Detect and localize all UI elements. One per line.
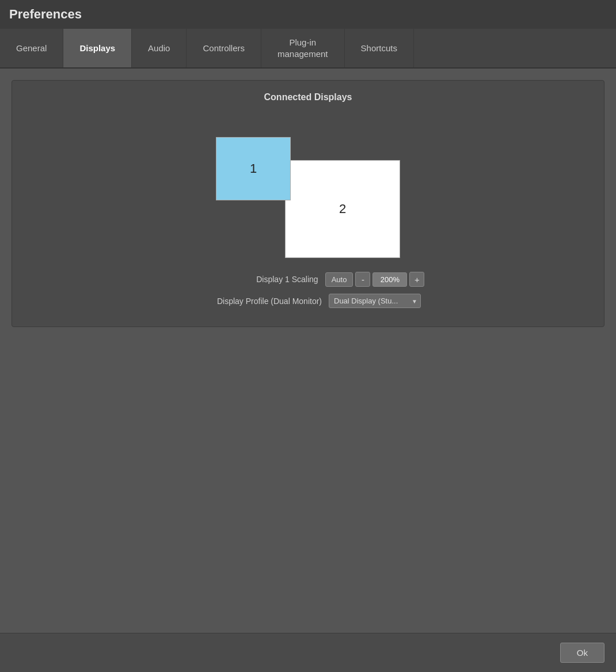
profile-select-wrapper: Dual Display (Stu... Single Display Cust…	[329, 294, 421, 308]
decrease-scaling-button[interactable]: -	[355, 272, 370, 287]
display-2-box[interactable]: 2	[285, 160, 400, 258]
profile-select[interactable]: Dual Display (Stu... Single Display Cust…	[329, 294, 421, 308]
display-1-box[interactable]: 1	[216, 137, 291, 200]
displays-container: 1 2	[24, 114, 592, 258]
tab-controllers[interactable]: Controllers	[187, 29, 261, 67]
ok-button[interactable]: Ok	[560, 643, 604, 663]
spacer	[12, 327, 604, 621]
content-area: Connected Displays 1 2 Display 1 Scaling…	[0, 69, 616, 633]
profile-row: Display Profile (Dual Monitor) Dual Disp…	[24, 294, 592, 308]
tab-plugin-management[interactable]: Plug-inmanagement	[261, 29, 345, 67]
tab-general[interactable]: General	[0, 29, 63, 67]
scaling-label: Display 1 Scaling	[192, 275, 318, 284]
scaling-controls: Auto - 200% +	[325, 272, 425, 287]
tab-displays[interactable]: Displays	[63, 29, 132, 67]
title-bar: Preferences	[0, 0, 616, 29]
scaling-value: 200%	[372, 272, 407, 287]
preferences-window: Preferences General Displays Audio Contr…	[0, 0, 616, 672]
window-title: Preferences	[9, 7, 607, 22]
tab-bar: General Displays Audio Controllers Plug-…	[0, 29, 616, 69]
panel-title: Connected Displays	[24, 92, 592, 102]
connected-displays-panel: Connected Displays 1 2 Display 1 Scaling…	[12, 80, 604, 327]
scaling-row: Display 1 Scaling Auto - 200% +	[24, 272, 592, 287]
profile-label: Display Profile (Dual Monitor)	[195, 297, 322, 306]
tab-shortcuts[interactable]: Shortcuts	[345, 29, 414, 67]
increase-scaling-button[interactable]: +	[409, 272, 424, 287]
auto-button[interactable]: Auto	[325, 272, 353, 287]
footer: Ok	[0, 633, 616, 672]
tab-audio[interactable]: Audio	[132, 29, 187, 67]
